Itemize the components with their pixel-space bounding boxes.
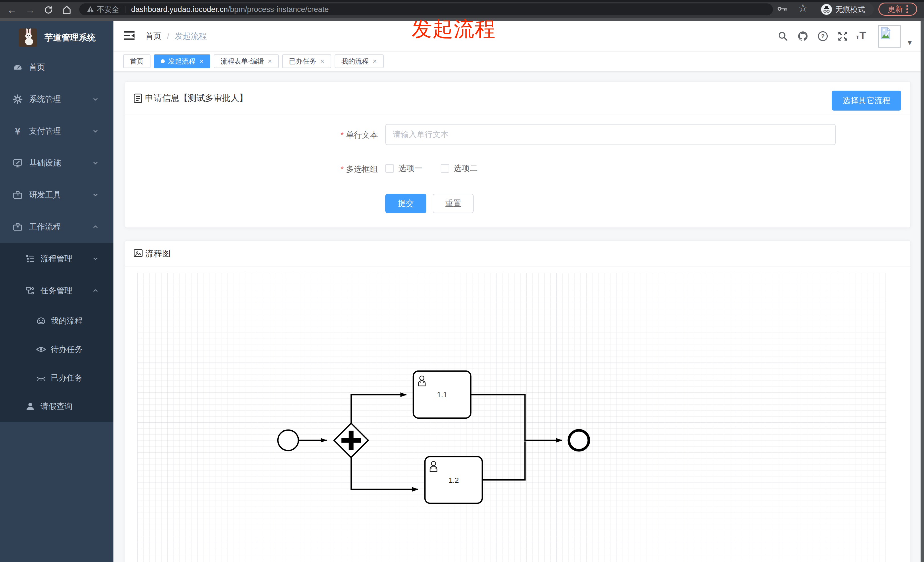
browser-tabbar-strip [0,0,924,2]
password-key-icon[interactable] [777,6,787,13]
bpmn-user-task-1-2: 1.2 [425,457,482,503]
browser-update-button[interactable]: 更新 [878,3,917,16]
omnibox-divider [125,6,125,13]
toolbox-icon [12,190,23,200]
sidebar-item-process-mgmt[interactable]: 流程管理 [0,243,113,275]
browser-forward-button[interactable]: → [22,2,38,18]
yen-icon: ¥ [12,126,23,136]
reset-button[interactable]: 重置 [433,194,474,213]
page-header: 首页 / 发起流程 ? тT ▼ [113,21,921,52]
bookmark-star-icon[interactable]: ☆ [798,2,808,14]
sidebar-item-done-tasks[interactable]: 已办任务 [0,364,113,392]
chevron-down-icon [92,127,99,135]
checkbox-icon[interactable] [386,164,394,173]
reload-icon [44,5,53,15]
tag-tab-process-form-edit[interactable]: 流程表单-编辑 × [214,54,279,68]
checkbox-option-2[interactable]: 选项二 [441,163,478,174]
window-edge-strip [0,18,924,21]
picture-icon [134,249,143,258]
eye-closed-icon [36,373,46,383]
main-content: 申请信息【测试多审批人】 选择其它流程 *单行文本 *多选框组 选项一 选项二 [113,71,921,562]
choose-other-process-button[interactable]: 选择其它流程 [832,91,901,111]
tag-tab-done-tasks[interactable]: 已办任务 × [282,54,331,68]
close-icon[interactable]: × [268,58,272,65]
required-asterisk: * [340,130,344,139]
url-host: dashboard.yudao.iocoder.cn [131,5,228,14]
flow-nodes-icon [25,286,35,296]
browser-back-button[interactable]: ← [4,2,20,18]
breadcrumb-home[interactable]: 首页 [146,31,161,42]
browser-home-button[interactable] [59,2,75,18]
tag-tab-my-process[interactable]: 我的流程 × [334,54,384,68]
font-size-icon[interactable]: тT [854,28,869,44]
sidebar-item-infrastructure[interactable]: 基础设施 [0,147,113,179]
apply-info-title: 申请信息【测试多审批人】 [145,92,248,104]
browser-reload-button[interactable] [40,2,56,18]
browser-menu-kebab-icon[interactable] [906,5,908,13]
bpmn-canvas[interactable]: 1.1 1.2 [137,273,886,562]
browser-toolbar: ← → 不安全 dashboard.yudao.iocoder.cn /bpm/… [0,0,924,21]
chevron-up-icon [92,287,99,294]
sidebar-item-todo-tasks[interactable]: 待办任务 [0,335,113,364]
sidebar-item-leave-query[interactable]: 请假查询 [0,392,113,421]
home-icon [62,5,72,15]
checkbox-group: 选项一 选项二 [386,159,478,178]
sidebar-logo-row[interactable]: 芋道管理系统 [0,23,113,52]
chevron-down-icon [92,255,99,262]
breadcrumb-separator: / [167,31,169,41]
bpmn-start-event [278,430,298,451]
sidebar-item-home[interactable]: 首页 [0,51,113,83]
svg-text:?: ? [821,33,825,39]
help-icon[interactable]: ? [815,28,831,44]
required-asterisk: * [340,165,344,174]
chevron-down-icon [92,96,99,103]
form-actions: 提交 重置 [386,194,474,213]
user-avatar-broken-image[interactable] [878,25,901,48]
fullscreen-icon[interactable] [835,28,850,44]
address-bar[interactable]: 不安全 dashboard.yudao.iocoder.cn /bpm/proc… [79,3,773,15]
user-icon [25,401,35,412]
security-label: 不安全 [97,4,119,15]
tag-tab-start-process[interactable]: 发起流程 × [154,54,210,68]
chevron-down-icon [92,159,99,167]
page-scrollbar[interactable] [921,21,924,562]
sidebar-item-workflow[interactable]: 工作流程 [0,211,113,243]
submit-button[interactable]: 提交 [386,194,426,213]
github-icon[interactable] [795,28,811,44]
apply-info-card-header: 申请信息【测试多审批人】 [125,82,910,115]
breadcrumb: 首页 / 发起流程 [146,21,207,51]
field-label-checkbox-group: *多选框组 [125,164,378,175]
sidebar-item-dev-tools[interactable]: 研发工具 [0,179,113,211]
close-icon[interactable]: × [200,58,204,65]
incognito-icon [821,4,832,15]
checkbox-icon[interactable] [441,164,449,173]
sidebar-item-my-process[interactable]: 我的流程 [0,307,113,335]
close-icon[interactable]: × [320,58,324,65]
bpmn-user-task-1-1: 1.1 [413,371,471,418]
checkbox-option-1[interactable]: 选项一 [386,163,422,174]
tree-list-icon [25,254,35,264]
single-line-text-input[interactable] [386,124,836,145]
incognito-label: 无痕模式 [836,4,865,15]
breadcrumb-current: 发起流程 [175,31,207,42]
field-label-single-line-text: *单行文本 [125,130,378,141]
sidebar-item-task-mgmt[interactable]: 任务管理 [0,275,113,307]
update-label: 更新 [888,4,903,14]
monitor-icon [12,158,23,168]
header-search-icon[interactable] [775,28,790,44]
sidebar-item-system-mgmt[interactable]: 系统管理 [0,83,113,115]
process-diagram-title: 流程图 [145,248,171,259]
sidebar-collapse-button[interactable] [123,30,135,42]
process-diagram-card: 流程图 [124,240,911,562]
sidebar-item-payment-mgmt[interactable]: ¥ 支付管理 [0,115,113,147]
app-title: 芋道管理系统 [45,32,96,43]
avatar-dropdown-caret[interactable]: ▼ [906,39,913,47]
bpmn-task-label: 1.1 [437,390,447,399]
sidebar: 芋道管理系统 首页 系统管理 ¥ 支付管理 [0,21,113,562]
bpmn-diagram: 1.1 1.2 [137,273,886,562]
chevron-down-icon [92,191,99,199]
tag-tab-home[interactable]: 首页 [123,54,150,68]
close-icon[interactable]: × [373,58,377,65]
tags-view-bar: 首页 发起流程 × 流程表单-编辑 × 已办任务 × 我的流程 × [113,51,921,71]
screen: ← → 不安全 dashboard.yudao.iocoder.cn /bpm/… [0,0,924,562]
